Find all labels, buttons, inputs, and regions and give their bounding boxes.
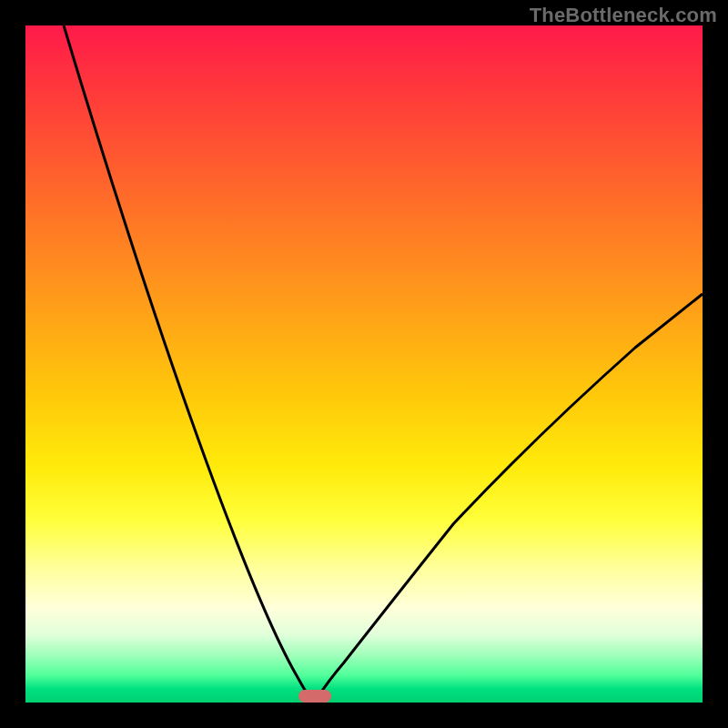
right-curve-path — [315, 294, 703, 703]
chart-plot-area — [25, 25, 703, 703]
left-curve-path — [64, 25, 315, 703]
bottleneck-marker — [298, 690, 331, 703]
watermark-text: TheBottleneck.com — [530, 4, 717, 27]
bottleneck-curve — [25, 25, 703, 703]
